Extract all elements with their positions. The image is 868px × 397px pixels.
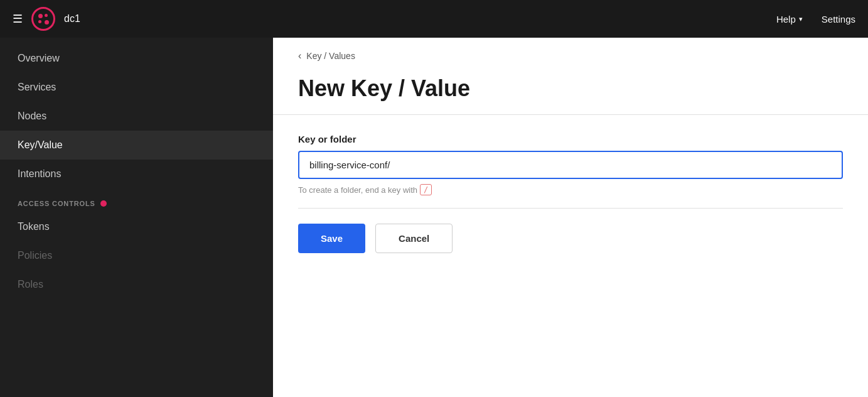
- form-divider: [298, 208, 843, 209]
- main-layout: Overview Services Nodes Key/Value Intent…: [0, 38, 868, 397]
- logo-dots: [38, 14, 49, 24]
- logo-icon: [31, 7, 55, 31]
- access-controls-dot: [100, 200, 107, 207]
- field-label: Key or folder: [298, 134, 843, 144]
- save-button[interactable]: Save: [298, 224, 365, 253]
- help-button[interactable]: Help ▾: [776, 14, 803, 24]
- sidebar-item-roles[interactable]: Roles: [0, 270, 273, 299]
- hint-slash: /: [420, 184, 432, 195]
- settings-button[interactable]: Settings: [822, 14, 855, 24]
- datacenter-label: dc1: [64, 13, 80, 24]
- main-content: ‹ Key / Values New Key / Value Key or fo…: [273, 38, 868, 397]
- page-title: New Key / Value: [298, 75, 843, 102]
- page-title-section: New Key / Value: [273, 69, 868, 115]
- sidebar: Overview Services Nodes Key/Value Intent…: [0, 38, 273, 397]
- breadcrumb-text: Key / Values: [306, 51, 355, 61]
- sidebar-item-overview[interactable]: Overview: [0, 44, 273, 73]
- sidebar-item-policies[interactable]: Policies: [0, 241, 273, 270]
- form-section: Key or folder To create a folder, end a …: [273, 115, 868, 272]
- top-navigation: ☰ dc1 Help ▾ Settings: [0, 0, 868, 38]
- logo-dot-1: [38, 14, 43, 18]
- sidebar-item-keyvalue[interactable]: Key/Value: [0, 131, 273, 160]
- logo-dot-2: [45, 14, 48, 17]
- field-hint: To create a folder, end a key with /: [298, 184, 843, 195]
- cancel-button[interactable]: Cancel: [375, 224, 453, 253]
- sidebar-item-intentions[interactable]: Intentions: [0, 160, 273, 188]
- logo-dot-3: [38, 20, 41, 23]
- button-row: Save Cancel: [298, 224, 843, 253]
- logo-dot-4: [45, 20, 49, 24]
- hint-text: To create a folder, end a key with: [298, 185, 417, 195]
- help-label: Help: [776, 14, 796, 24]
- sidebar-item-services[interactable]: Services: [0, 73, 273, 102]
- chevron-down-icon: ▾: [799, 15, 803, 23]
- nav-left: ☰ dc1: [13, 7, 80, 31]
- back-arrow-icon[interactable]: ‹: [298, 50, 301, 62]
- sidebar-item-nodes[interactable]: Nodes: [0, 102, 273, 131]
- breadcrumb: ‹ Key / Values: [273, 38, 868, 69]
- sidebar-item-tokens[interactable]: Tokens: [0, 212, 273, 241]
- hamburger-icon[interactable]: ☰: [13, 12, 23, 26]
- access-controls-section: ACCESS CONTROLS: [0, 188, 273, 212]
- nav-right: Help ▾ Settings: [776, 14, 855, 24]
- key-or-folder-input[interactable]: [298, 151, 843, 179]
